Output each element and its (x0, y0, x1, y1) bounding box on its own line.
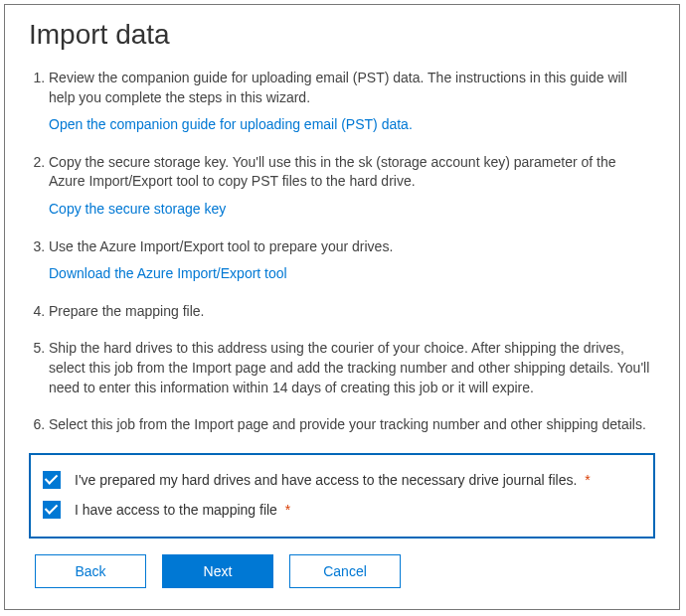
step-text: Select this job from the Import page and… (49, 416, 646, 432)
step-item: Ship the hard drives to this address usi… (49, 339, 655, 397)
back-button[interactable]: Back (35, 554, 146, 588)
step-item: Copy the secure storage key. You'll use … (49, 153, 655, 220)
next-button[interactable]: Next (162, 554, 273, 588)
cancel-button[interactable]: Cancel (289, 554, 401, 588)
mapping-file-checkbox[interactable] (43, 501, 61, 519)
drives-prepared-checkbox[interactable] (43, 471, 61, 489)
confirmation-box: I've prepared my hard drives and have ac… (29, 453, 655, 539)
confirmation-label-text: I've prepared my hard drives and have ac… (75, 472, 577, 488)
confirmation-row: I have access to the mapping file * (43, 495, 641, 525)
step-item: Review the companion guide for uploading… (49, 69, 655, 135)
confirmation-label-text: I have access to the mapping file (75, 502, 277, 518)
required-marker: * (285, 502, 290, 518)
step-text: Ship the hard drives to this address usi… (49, 340, 649, 394)
step-text: Prepare the mapping file. (49, 303, 204, 319)
step-item: Use the Azure Import/Export tool to prep… (49, 237, 655, 284)
required-marker: * (585, 472, 590, 488)
wizard-button-row: Back Next Cancel (29, 554, 655, 588)
copy-storage-key-link[interactable]: Copy the secure storage key (49, 200, 226, 220)
wizard-steps-list: Review the companion guide for uploading… (29, 69, 655, 435)
step-item: Select this job from the Import page and… (49, 415, 655, 435)
confirmation-label: I've prepared my hard drives and have ac… (75, 472, 591, 488)
confirmation-row: I've prepared my hard drives and have ac… (43, 465, 641, 495)
step-item: Prepare the mapping file. (49, 302, 655, 322)
step-text: Use the Azure Import/Export tool to prep… (49, 238, 393, 254)
download-import-export-tool-link[interactable]: Download the Azure Import/Export tool (49, 264, 287, 284)
page-title: Import data (29, 19, 655, 51)
step-text: Review the companion guide for uploading… (49, 70, 627, 105)
confirmation-label: I have access to the mapping file * (75, 502, 290, 518)
step-text: Copy the secure storage key. You'll use … (49, 154, 616, 190)
import-data-panel: Import data Review the companion guide f… (4, 4, 680, 610)
companion-guide-link[interactable]: Open the companion guide for uploading e… (49, 115, 413, 135)
